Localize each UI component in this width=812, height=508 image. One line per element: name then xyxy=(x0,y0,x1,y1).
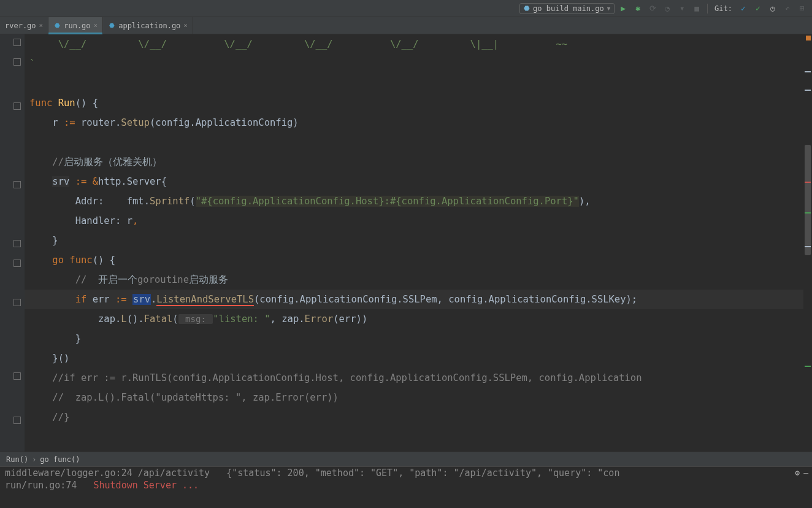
tab-application-go[interactable]: ⬣ application.go × xyxy=(103,17,193,34)
tab-label: run.go xyxy=(64,21,90,30)
console-panel: ⚙ — middleware/logger.go:24 /api/activit… xyxy=(0,466,812,491)
search-everywhere-icon[interactable]: ⊞ xyxy=(796,2,808,15)
stripe-mark[interactable] xyxy=(805,366,811,367)
code-area[interactable]: \/__/ \/__/ \/__/ \/__/ \/__/ \|__| ~~ `… xyxy=(25,34,812,452)
stripe-mark[interactable] xyxy=(805,182,811,183)
breadcrumb[interactable]: Run() › go func() xyxy=(0,452,812,466)
git-history-icon[interactable]: ◷ xyxy=(767,2,779,15)
go-icon: ⬣ xyxy=(524,4,530,12)
fold-marker[interactable] xyxy=(13,58,21,66)
code-text: ` xyxy=(29,58,35,69)
go-file-icon: ⬣ xyxy=(53,22,61,29)
console-output: middleware/logger.go:24 /api/activity {"… xyxy=(0,467,812,479)
stripe-mark[interactable] xyxy=(805,90,811,91)
fold-marker[interactable] xyxy=(13,372,21,380)
close-icon[interactable]: × xyxy=(183,21,188,29)
chevron-down-icon: ▼ xyxy=(607,6,610,12)
error-stripe[interactable] xyxy=(803,34,812,452)
fold-marker[interactable] xyxy=(13,260,21,267)
editor-tabs: rver.go × ⬣ run.go × ⬣ application.go × xyxy=(0,17,812,34)
listen-and-serve-tls: ListenAndServeTLS xyxy=(156,294,254,305)
tab-label: application.go xyxy=(118,21,180,30)
code-text: // zap.L().Fatal("updateHttps: ", zap.Er… xyxy=(29,392,339,403)
code-editor[interactable]: \/__/ \/__/ \/__/ \/__/ \/__/ \|__| ~~ `… xyxy=(0,34,812,452)
code-text: "listen: " xyxy=(213,314,270,325)
run-icon[interactable]: ▶ xyxy=(617,2,629,15)
gear-icon[interactable]: ⚙ xyxy=(795,468,800,477)
fold-marker[interactable] xyxy=(13,240,21,247)
code-text: //if err := r.RunTLS(config.ApplicationC… xyxy=(29,372,642,383)
more-run-icon[interactable]: ▼ xyxy=(676,2,688,15)
tab-label: rver.go xyxy=(5,21,36,30)
git-label: Git: xyxy=(712,4,735,13)
breadcrumb-item[interactable]: Run() xyxy=(6,455,28,464)
main-toolbar: ⬣ go build main.go ▼ ▶ ✱ ⟳ ◔ ▼ ■ Git: ✓ … xyxy=(0,0,812,17)
run-config-selector[interactable]: ⬣ go build main.go ▼ xyxy=(519,3,615,14)
separator xyxy=(707,4,708,13)
console-output: run/run.go:74 Shutdown Server ... xyxy=(0,479,812,491)
coverage-icon[interactable]: ⟳ xyxy=(646,2,659,15)
run-config-label: go build main.go xyxy=(533,4,604,13)
stop-icon[interactable]: ■ xyxy=(691,2,703,15)
code-text: //} xyxy=(29,412,69,423)
param-hint: msg: xyxy=(178,314,213,324)
git-commit-icon[interactable]: ✓ xyxy=(752,2,764,15)
fold-marker[interactable] xyxy=(13,39,21,46)
stripe-mark[interactable] xyxy=(805,212,811,214)
warning-marker[interactable] xyxy=(806,36,811,40)
breadcrumb-item[interactable]: go func() xyxy=(40,455,80,464)
profile-icon[interactable]: ◔ xyxy=(661,2,673,15)
fold-marker[interactable] xyxy=(13,102,21,110)
editor-gutter xyxy=(0,34,25,452)
fold-marker[interactable] xyxy=(13,417,21,424)
tab-run-go[interactable]: ⬣ run.go × xyxy=(48,17,103,34)
debug-icon[interactable]: ✱ xyxy=(632,2,644,15)
code-text: \/__/ \/__/ \/__/ \/__/ \/__/ \|__| ~~ xyxy=(29,39,567,50)
stripe-mark[interactable] xyxy=(805,71,811,72)
git-pull-icon[interactable]: ✓ xyxy=(737,2,749,15)
fold-marker[interactable] xyxy=(13,299,21,306)
chevron-right-icon: › xyxy=(32,455,36,464)
close-icon[interactable]: × xyxy=(39,21,44,29)
close-icon[interactable]: × xyxy=(94,21,98,29)
code-text: "#{config.ApplicationConfig.Host}:#{conf… xyxy=(196,196,579,207)
tab-rver-go[interactable]: rver.go × xyxy=(0,17,48,34)
fold-marker[interactable] xyxy=(13,181,21,188)
git-revert-icon[interactable]: ↶ xyxy=(781,2,794,15)
stripe-mark[interactable] xyxy=(805,246,811,247)
minimize-icon[interactable]: — xyxy=(803,468,808,477)
scrollbar-thumb[interactable] xyxy=(805,145,811,255)
go-file-icon: ⬣ xyxy=(108,22,115,29)
